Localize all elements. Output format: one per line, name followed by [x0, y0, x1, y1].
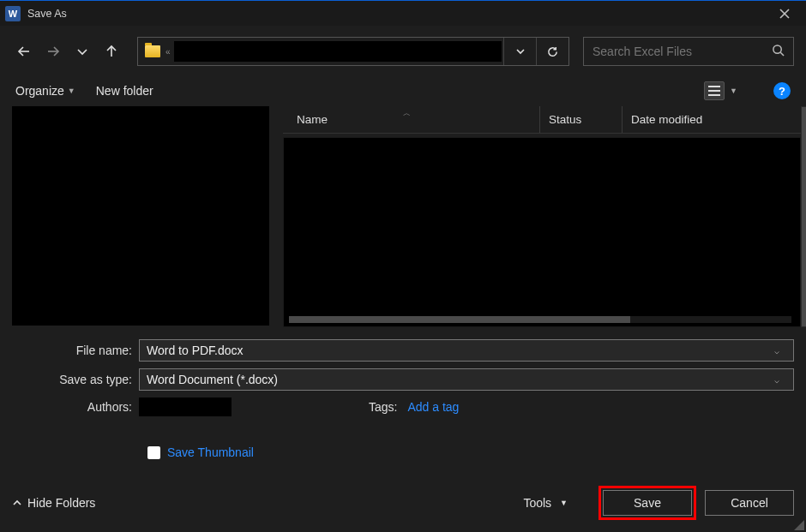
save-thumbnail-label[interactable]: Save Thumbnail [167, 445, 254, 459]
up-button[interactable] [99, 39, 123, 63]
cancel-label: Cancel [731, 496, 768, 510]
column-header-date[interactable]: Date modified [623, 106, 801, 133]
vertical-scrollbar[interactable] [801, 106, 806, 327]
scroll-thumb[interactable] [289, 316, 630, 323]
search-input[interactable] [592, 45, 772, 58]
authors-label: Authors: [12, 400, 139, 414]
file-list-pane: Name ︿ Status Date modified [283, 106, 801, 327]
save-button[interactable]: Save [603, 490, 692, 516]
hide-folders-label: Hide Folders [27, 496, 95, 510]
scroll-thumb[interactable] [802, 107, 806, 326]
breadcrumb-chevron-icon: « [165, 47, 171, 57]
svg-line-6 [780, 52, 784, 56]
horizontal-scrollbar[interactable] [289, 316, 791, 323]
tools-label: Tools [523, 496, 551, 510]
sort-indicator-icon: ︿ [403, 108, 411, 119]
hide-folders-button[interactable]: Hide Folders [12, 496, 95, 510]
word-icon: W [5, 6, 21, 21]
resize-grip[interactable] [792, 518, 804, 530]
cancel-button[interactable]: Cancel [705, 490, 794, 516]
save-button-highlight: Save [598, 486, 696, 520]
chevron-down-icon[interactable]: ⌵ [767, 375, 786, 385]
column-headers: Name ︿ Status Date modified [283, 106, 801, 134]
search-box[interactable] [583, 37, 794, 66]
chevron-down-icon[interactable]: ⌵ [767, 346, 786, 356]
column-date-label: Date modified [631, 113, 702, 126]
back-button[interactable] [12, 39, 36, 63]
file-list[interactable] [283, 137, 801, 327]
save-type-value: Word Document (*.docx) [147, 373, 767, 386]
column-name-label: Name [297, 113, 328, 126]
window-title: Save As [27, 8, 765, 20]
authors-value[interactable] [139, 398, 232, 416]
form-area: File name: Word to PDF.docx ⌵ Save as ty… [0, 327, 806, 459]
save-thumbnail-checkbox[interactable] [147, 446, 160, 459]
forward-button[interactable] [41, 39, 65, 63]
help-button[interactable]: ? [773, 82, 791, 99]
close-button[interactable] [765, 1, 804, 27]
organize-label: Organize [15, 84, 64, 98]
file-name-value: Word to PDF.docx [147, 344, 767, 357]
save-type-label: Save as type: [12, 373, 139, 386]
folder-tree[interactable] [12, 106, 269, 326]
add-tag-link[interactable]: Add a tag [407, 400, 459, 414]
tags-label: Tags: [369, 400, 397, 414]
recent-locations-button[interactable] [70, 39, 94, 63]
column-header-status[interactable]: Status [540, 106, 623, 133]
address-bar[interactable]: « [137, 37, 569, 66]
view-options-button[interactable] [704, 81, 725, 100]
footer-bar: Hide Folders Tools ▼ Save Cancel [12, 486, 794, 520]
file-name-label: File name: [12, 344, 139, 357]
chevron-down-icon: ▼ [68, 87, 75, 95]
save-type-select[interactable]: Word Document (*.docx) ⌵ [139, 368, 794, 391]
column-header-name[interactable]: Name ︿ [283, 106, 540, 133]
address-path[interactable] [174, 41, 502, 62]
tools-button[interactable]: Tools ▼ [523, 496, 568, 510]
toolbar: Organize ▼ New folder ▼ ? [0, 77, 806, 105]
search-icon [772, 44, 785, 59]
file-name-input[interactable]: Word to PDF.docx ⌵ [139, 339, 794, 362]
folder-icon [145, 45, 160, 57]
chevron-down-icon: ▼ [560, 499, 568, 507]
main-pane: Name ︿ Status Date modified [0, 106, 806, 327]
address-history-button[interactable] [503, 38, 536, 65]
navigation-bar: « [0, 26, 806, 77]
organize-button[interactable]: Organize ▼ [15, 84, 75, 98]
new-folder-button[interactable]: New folder [96, 84, 153, 98]
new-folder-label: New folder [96, 84, 153, 98]
title-bar: W Save As [0, 0, 806, 26]
save-label: Save [634, 496, 661, 510]
chevron-down-icon[interactable]: ▼ [730, 87, 737, 95]
svg-point-5 [773, 45, 781, 53]
refresh-button[interactable] [536, 38, 568, 65]
column-status-label: Status [549, 113, 581, 126]
